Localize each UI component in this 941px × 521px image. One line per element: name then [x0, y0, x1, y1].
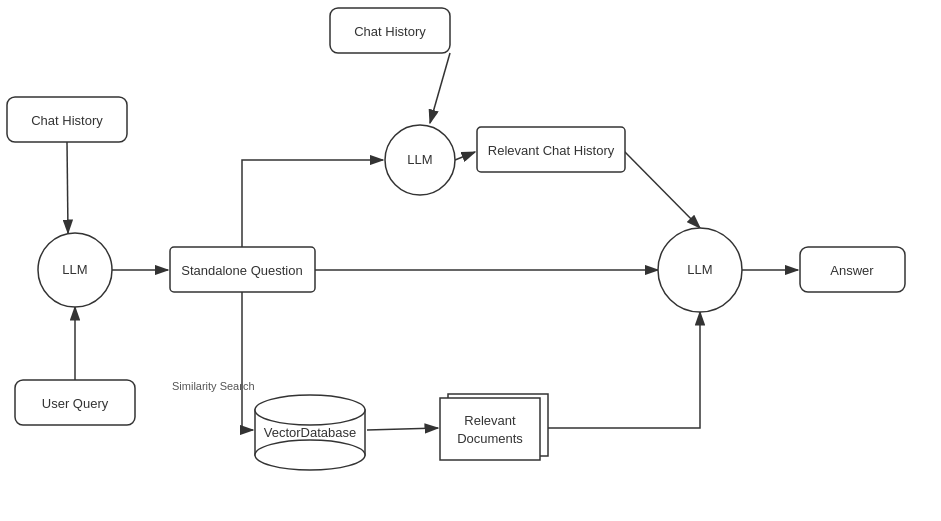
arrow-relevantchat-to-llmright [622, 149, 700, 228]
llm-top-node: LLM [385, 125, 455, 195]
arrow-reldocs-to-llmright [540, 312, 700, 428]
relevant-documents-label2: Documents [457, 431, 523, 446]
arrow-llmtop-to-relevantchat [455, 152, 475, 160]
standalone-question-label: Standalone Question [181, 263, 302, 278]
relevant-documents-node: Relevant Documents [440, 394, 548, 460]
standalone-question-node: Standalone Question [170, 247, 315, 292]
vector-database-node: VectorDatabase [255, 395, 365, 470]
relevant-documents-label1: Relevant [464, 413, 516, 428]
arrow-standalone-to-vectordb [242, 292, 253, 430]
arrow-vectordb-to-reldocs [367, 428, 438, 430]
svg-point-12 [255, 440, 365, 470]
chat-history-left-label: Chat History [31, 113, 103, 128]
user-query-node: User Query [15, 380, 135, 425]
arrow-standalone-to-llmtop [242, 160, 383, 247]
chat-history-top-node: Chat History [330, 8, 450, 53]
relevant-chat-history-label: Relevant Chat History [488, 143, 615, 158]
arrow-chathistory-left-to-llm-left [67, 142, 68, 233]
svg-rect-14 [440, 398, 540, 460]
answer-node: Answer [800, 247, 905, 292]
vector-database-label: VectorDatabase [264, 425, 357, 440]
similarity-search-label: Similarity Search [172, 380, 255, 392]
llm-right-node: LLM [658, 228, 742, 312]
llm-right-label: LLM [687, 262, 712, 277]
relevant-chat-history-node: Relevant Chat History [477, 127, 625, 172]
user-query-label: User Query [42, 396, 109, 411]
llm-left-node: LLM [38, 233, 112, 307]
chat-history-left-node: Chat History [7, 97, 127, 142]
arrow-chathistory-top-to-llm-top [430, 53, 450, 123]
chat-history-top-label: Chat History [354, 24, 426, 39]
llm-top-label: LLM [407, 152, 432, 167]
llm-left-label: LLM [62, 262, 87, 277]
svg-point-11 [255, 395, 365, 425]
answer-label: Answer [830, 263, 874, 278]
